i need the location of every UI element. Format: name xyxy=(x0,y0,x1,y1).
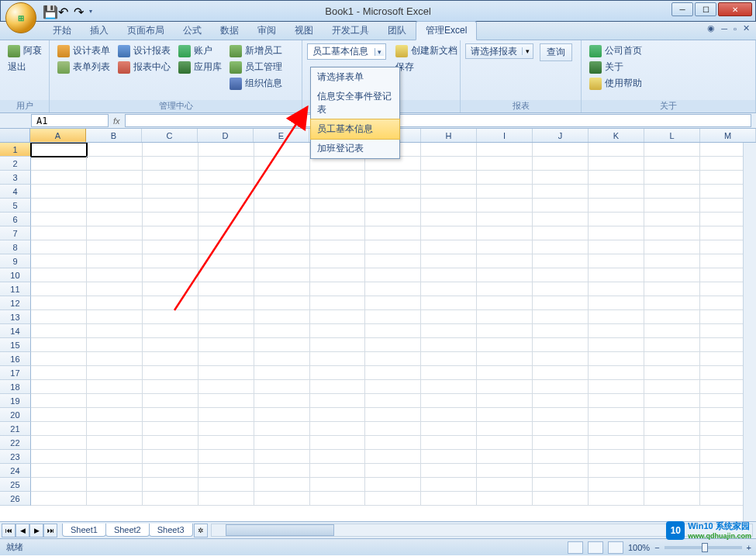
cell[interactable] xyxy=(589,240,644,254)
cell[interactable] xyxy=(310,436,366,450)
cell[interactable] xyxy=(254,450,310,464)
cell[interactable] xyxy=(365,213,421,226)
cell[interactable] xyxy=(533,478,589,492)
row-header[interactable]: 24 xyxy=(0,464,31,478)
close-button[interactable]: ✕ xyxy=(718,2,752,16)
query-button[interactable]: 查询 xyxy=(540,43,572,61)
row-header[interactable]: 7 xyxy=(0,226,31,240)
cell[interactable] xyxy=(31,422,87,436)
tab-data[interactable]: 数据 xyxy=(211,22,248,40)
cell[interactable] xyxy=(421,450,477,464)
cell[interactable] xyxy=(254,185,310,199)
row-header[interactable]: 25 xyxy=(0,478,31,492)
cell[interactable] xyxy=(477,171,533,185)
cell[interactable] xyxy=(365,268,421,282)
minimize-ribbon-icon[interactable]: ─ xyxy=(721,24,727,33)
cell[interactable] xyxy=(421,394,477,408)
cell[interactable] xyxy=(143,254,198,268)
user-ak[interactable]: 阿衰 xyxy=(5,43,45,58)
cell[interactable] xyxy=(87,296,143,310)
cell[interactable] xyxy=(533,324,589,338)
column-header-I[interactable]: I xyxy=(477,129,533,142)
cell[interactable] xyxy=(589,366,644,380)
cell[interactable] xyxy=(198,352,254,366)
cell[interactable] xyxy=(644,394,700,408)
chevron-down-icon[interactable]: ▾ xyxy=(522,47,533,55)
cell[interactable] xyxy=(143,422,198,436)
cell[interactable] xyxy=(477,394,533,408)
cell[interactable] xyxy=(644,282,700,296)
cell[interactable] xyxy=(87,422,143,436)
cell[interactable] xyxy=(87,478,143,492)
cell[interactable] xyxy=(87,492,143,506)
cell[interactable] xyxy=(421,185,477,199)
cell[interactable] xyxy=(87,282,143,296)
cell[interactable] xyxy=(589,478,644,492)
cell[interactable] xyxy=(143,408,198,422)
cell[interactable] xyxy=(254,366,310,380)
cell[interactable] xyxy=(477,436,533,450)
minimize-button[interactable]: ─ xyxy=(671,2,693,16)
row-header[interactable]: 18 xyxy=(0,380,31,394)
cell[interactable] xyxy=(644,240,700,254)
cell[interactable] xyxy=(254,408,310,422)
cell[interactable] xyxy=(644,478,700,492)
account-button[interactable]: 账户 xyxy=(175,43,225,58)
cell[interactable] xyxy=(589,254,644,268)
cell[interactable] xyxy=(254,296,310,310)
cell[interactable] xyxy=(143,171,198,185)
cell[interactable] xyxy=(87,213,143,226)
cell[interactable] xyxy=(31,254,87,268)
name-box[interactable] xyxy=(31,114,109,127)
cell[interactable] xyxy=(477,408,533,422)
cell[interactable] xyxy=(254,310,310,324)
cell[interactable] xyxy=(477,352,533,366)
row-header[interactable]: 12 xyxy=(0,296,31,310)
vertical-scrollbar[interactable] xyxy=(743,143,756,521)
cell[interactable] xyxy=(31,143,87,157)
cell[interactable] xyxy=(254,143,310,157)
cell[interactable] xyxy=(310,213,366,226)
cell[interactable] xyxy=(198,492,254,506)
cell[interactable] xyxy=(589,492,644,506)
zoom-slider[interactable] xyxy=(665,546,742,549)
cell[interactable] xyxy=(310,324,366,338)
column-header-B[interactable]: B xyxy=(86,129,142,142)
cell[interactable] xyxy=(421,324,477,338)
cell[interactable] xyxy=(533,171,589,185)
cell[interactable] xyxy=(254,352,310,366)
save-icon[interactable]: 💾 xyxy=(43,5,55,17)
cell[interactable] xyxy=(533,282,589,296)
first-sheet-button[interactable]: ⏮ xyxy=(2,524,16,538)
cell[interactable] xyxy=(31,324,87,338)
form-list-button[interactable]: 表单列表 xyxy=(54,60,113,74)
report-select-combo[interactable]: 请选择报表▾ xyxy=(465,43,533,59)
cell[interactable] xyxy=(31,213,87,226)
cell[interactable] xyxy=(198,268,254,282)
close-workbook-icon[interactable]: ✕ xyxy=(743,23,750,33)
cell[interactable] xyxy=(87,226,143,240)
cell[interactable] xyxy=(589,352,644,366)
cell[interactable] xyxy=(533,240,589,254)
cell[interactable] xyxy=(198,380,254,394)
cell[interactable] xyxy=(87,171,143,185)
cell[interactable] xyxy=(365,226,421,240)
cell[interactable] xyxy=(143,478,198,492)
app-lib-button[interactable]: 应用库 xyxy=(175,60,225,74)
cell[interactable] xyxy=(31,296,87,310)
cell[interactable] xyxy=(533,394,589,408)
cell[interactable] xyxy=(589,226,644,240)
cell[interactable] xyxy=(365,422,421,436)
cell[interactable] xyxy=(31,352,87,366)
column-header-A[interactable]: A xyxy=(30,129,86,142)
cell[interactable] xyxy=(310,380,366,394)
cell[interactable] xyxy=(477,338,533,352)
cell[interactable] xyxy=(143,436,198,450)
cell[interactable] xyxy=(198,185,254,199)
row-header[interactable]: 22 xyxy=(0,436,31,450)
cell[interactable] xyxy=(644,143,700,157)
cell[interactable] xyxy=(477,450,533,464)
cell[interactable] xyxy=(143,282,198,296)
cell[interactable] xyxy=(254,324,310,338)
cell[interactable] xyxy=(87,254,143,268)
